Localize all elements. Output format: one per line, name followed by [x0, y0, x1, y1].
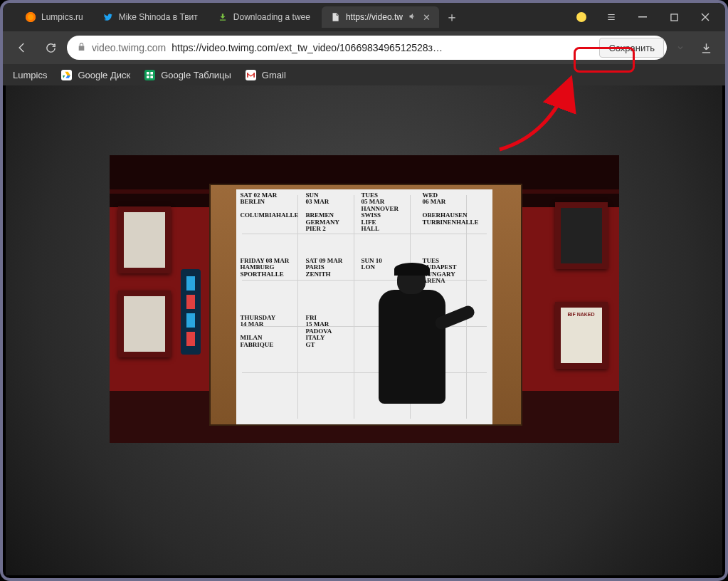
twitter-icon [103, 12, 113, 22]
tab-lumpics[interactable]: Lumpics.ru [17, 6, 92, 28]
bookmark-google-drive[interactable]: Google Диск [61, 70, 130, 80]
address-bar[interactable]: video.twimg.com https://video.twimg.com/… [67, 36, 667, 60]
addr-dropdown-button[interactable] [671, 43, 690, 52]
close-window-button[interactable] [690, 3, 721, 31]
tab-twitter[interactable]: Mike Shinoda в Твит [95, 6, 206, 28]
close-icon[interactable]: ✕ [423, 12, 431, 23]
tab-download[interactable]: Downloading a twee [209, 6, 319, 28]
tab-strip: Lumpics.ru Mike Shinoda в Твит Downloadi… [3, 3, 725, 31]
address-url: https://video.twimg.com/ext_tw_video/106… [172, 42, 589, 53]
menu-icon[interactable] [596, 3, 627, 31]
bookmark-google-sheets[interactable]: Google Таблицы [144, 70, 231, 80]
tab-title: Lumpics.ru [41, 12, 83, 22]
tab-video-active[interactable]: https://video.tw ✕ [322, 6, 439, 28]
svg-rect-3 [151, 72, 154, 75]
page-icon [330, 12, 340, 22]
lock-icon [77, 42, 86, 53]
bookmark-label: Google Диск [78, 70, 130, 80]
gmail-icon [246, 70, 256, 80]
svg-rect-2 [147, 72, 149, 75]
reload-button[interactable] [38, 36, 63, 60]
downloads-button[interactable] [694, 36, 718, 60]
back-button[interactable] [10, 36, 34, 60]
new-tab-button[interactable]: ＋ [442, 7, 462, 27]
save-button-label: Сохранить [608, 43, 655, 53]
google-drive-icon [61, 70, 72, 80]
svg-rect-1 [670, 14, 677, 20]
google-sheets-icon [144, 70, 155, 80]
download-icon [218, 12, 228, 22]
tab-title: Downloading a twee [233, 12, 310, 22]
wall-light [181, 269, 201, 355]
person-drawing [366, 266, 458, 440]
svg-rect-0 [638, 16, 647, 18]
bookmarks-bar: Lumpics Google Диск Google Таблицы Gmail [3, 64, 725, 85]
lumpics-icon [26, 12, 36, 22]
window-controls [567, 3, 721, 31]
wall-poster: BIF NAKED [555, 302, 608, 369]
maximize-button[interactable] [658, 3, 690, 31]
address-host: video.twimg.com [92, 42, 166, 53]
page-viewport: BIF NAKED SAT 02 MAR BERLIN COLUMBIAHALL… [6, 85, 722, 575]
tab-title: Mike Shinoda в Твит [119, 12, 198, 22]
toolbar: video.twimg.com https://video.twimg.com/… [3, 31, 725, 64]
video-still: BIF NAKED SAT 02 MAR BERLIN COLUMBIAHALL… [110, 155, 619, 443]
bookmark-label: Lumpics [13, 70, 47, 80]
tab-title: https://video.tw [346, 12, 403, 22]
wall-poster [118, 206, 171, 273]
bookmark-lumpics[interactable]: Lumpics [13, 70, 47, 80]
bookmark-gmail[interactable]: Gmail [246, 70, 286, 80]
yandex-icon[interactable] [567, 3, 596, 31]
save-button[interactable]: Сохранить [599, 38, 664, 58]
bookmark-label: Gmail [262, 70, 286, 80]
wall-poster [118, 290, 171, 357]
video-player[interactable]: BIF NAKED SAT 02 MAR BERLIN COLUMBIAHALL… [110, 155, 619, 443]
bookmark-label: Google Таблицы [161, 70, 231, 80]
svg-rect-5 [151, 75, 154, 78]
minimize-button[interactable] [627, 3, 658, 31]
audio-icon [408, 12, 417, 22]
wall-poster [555, 202, 608, 269]
svg-rect-4 [147, 75, 149, 78]
